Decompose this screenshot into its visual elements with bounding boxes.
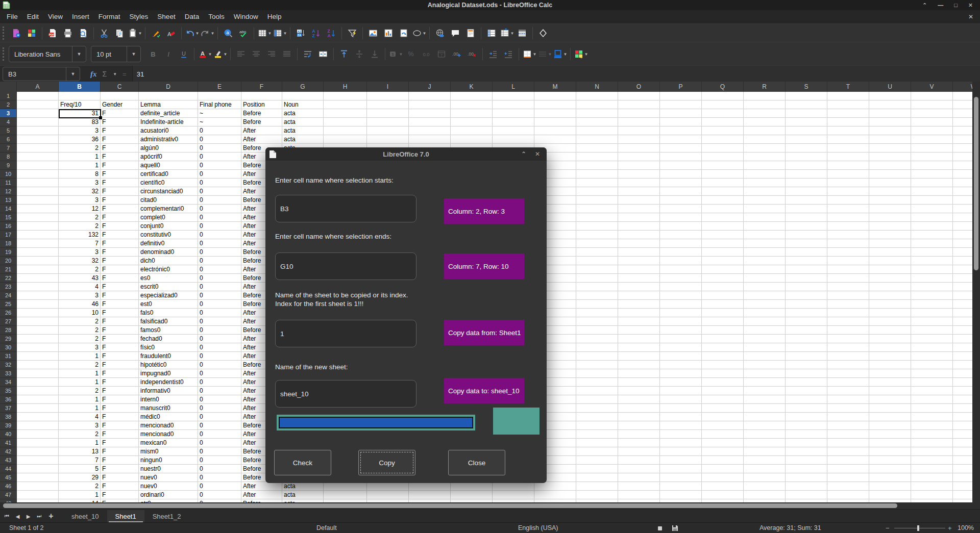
cell-H4[interactable]: [324, 118, 367, 126]
cell-S15[interactable]: [786, 213, 827, 222]
freeze-panes-icon[interactable]: [484, 26, 499, 41]
chevron-down-icon[interactable]: ▼: [510, 31, 514, 36]
cell-S22[interactable]: [786, 274, 827, 283]
cell-V38[interactable]: [911, 413, 953, 421]
row-header-1[interactable]: 1: [0, 92, 17, 100]
vertical-scrollbar-thumb[interactable]: [974, 97, 978, 270]
row-header-20[interactable]: 20: [0, 257, 17, 265]
cell-F46[interactable]: After: [241, 482, 282, 491]
row-header-30[interactable]: 30: [0, 343, 17, 352]
cell-E4[interactable]: ~: [198, 118, 241, 126]
cell-Q43[interactable]: [702, 456, 744, 465]
cell-E5[interactable]: 0: [198, 126, 241, 135]
cell-U25[interactable]: [869, 300, 911, 309]
cell-B39[interactable]: 3: [59, 421, 101, 430]
cell-S19[interactable]: [786, 248, 827, 257]
cell-O21[interactable]: [618, 265, 660, 274]
cell-O10[interactable]: [618, 170, 660, 179]
row-header-10[interactable]: 10: [0, 170, 17, 179]
cell-V3[interactable]: [911, 109, 953, 118]
cell-D14[interactable]: complementari0: [139, 205, 198, 213]
conditional-formatting-icon[interactable]: ≠▼: [573, 46, 589, 62]
column-header-E[interactable]: E: [198, 82, 241, 92]
cell-V27[interactable]: [911, 317, 953, 326]
cell-R40[interactable]: [744, 430, 786, 439]
cell-T25[interactable]: [827, 300, 869, 309]
autofilter-icon[interactable]: [345, 26, 360, 41]
cell-U30[interactable]: [869, 343, 911, 352]
cell-U42[interactable]: [869, 447, 911, 456]
cell-D43[interactable]: ningun0: [139, 456, 198, 465]
cell-P44[interactable]: [660, 465, 702, 473]
underline-icon[interactable]: U: [176, 46, 191, 62]
cell-N11[interactable]: [576, 179, 618, 187]
number-icon[interactable]: 0.0: [419, 46, 434, 62]
cell-T28[interactable]: [827, 326, 869, 335]
cell-A19[interactable]: [17, 248, 59, 257]
cell-E28[interactable]: 0: [198, 326, 241, 335]
cell-B30[interactable]: 3: [59, 343, 101, 352]
cell-T45[interactable]: [827, 473, 869, 482]
column-header-O[interactable]: O: [618, 82, 660, 92]
cell-Q9[interactable]: [702, 161, 744, 170]
row-header-28[interactable]: 28: [0, 326, 17, 335]
cell-N2[interactable]: [576, 100, 618, 109]
cell-U5[interactable]: [869, 126, 911, 135]
cell-D22[interactable]: es0: [139, 274, 198, 283]
cell-Q40[interactable]: [702, 430, 744, 439]
cell-S18[interactable]: [786, 239, 827, 248]
cell-B15[interactable]: 2: [59, 213, 101, 222]
row-header-42[interactable]: 42: [0, 447, 17, 456]
cell-P10[interactable]: [660, 170, 702, 179]
cell-C9[interactable]: F: [101, 161, 139, 170]
cell-O43[interactable]: [618, 456, 660, 465]
cell-O5[interactable]: [618, 126, 660, 135]
cell-P43[interactable]: [660, 456, 702, 465]
cell-O7[interactable]: [618, 144, 660, 153]
cell-C15[interactable]: F: [101, 213, 139, 222]
cell-V7[interactable]: [911, 144, 953, 153]
cell-R10[interactable]: [744, 170, 786, 179]
cell-V13[interactable]: [911, 196, 953, 205]
cell-R43[interactable]: [744, 456, 786, 465]
cell-V30[interactable]: [911, 343, 953, 352]
cell-R7[interactable]: [744, 144, 786, 153]
cell-S8[interactable]: [786, 153, 827, 161]
cell-N27[interactable]: [576, 317, 618, 326]
cell-T46[interactable]: [827, 482, 869, 491]
cell-U34[interactable]: [869, 378, 911, 387]
cell-B19[interactable]: 3: [59, 248, 101, 257]
cell-V46[interactable]: [911, 482, 953, 491]
cell-Q26[interactable]: [702, 309, 744, 317]
cell-U40[interactable]: [869, 430, 911, 439]
cell-Q14[interactable]: [702, 205, 744, 213]
selection-end-input[interactable]: G10: [275, 252, 416, 280]
cell-T12[interactable]: [827, 187, 869, 196]
cell-I6[interactable]: [367, 135, 409, 144]
cell-C34[interactable]: F: [101, 378, 139, 387]
row-header-14[interactable]: 14: [0, 205, 17, 213]
cell-Q24[interactable]: [702, 291, 744, 300]
cell-E33[interactable]: 0: [198, 369, 241, 378]
vertical-scrollbar[interactable]: [972, 82, 980, 502]
sheet-number-status[interactable]: Sheet 1 of 2: [9, 523, 43, 533]
cell-D6[interactable]: administrativ0: [139, 135, 198, 144]
column-header-N[interactable]: N: [576, 82, 618, 92]
cell-S31[interactable]: [786, 352, 827, 361]
paste-icon[interactable]: ▼: [127, 26, 142, 41]
cell-V11[interactable]: [911, 179, 953, 187]
row-header-21[interactable]: 21: [0, 265, 17, 274]
wrap-text-icon[interactable]: [300, 46, 315, 62]
menu-window[interactable]: Window: [229, 10, 263, 23]
cell-B40[interactable]: 2: [59, 430, 101, 439]
cell-P41[interactable]: [660, 439, 702, 447]
cell-P17[interactable]: [660, 231, 702, 239]
cell-N24[interactable]: [576, 291, 618, 300]
cell-A21[interactable]: [17, 265, 59, 274]
cell-A20[interactable]: [17, 257, 59, 265]
chevron-down-icon[interactable]: ▼: [138, 31, 142, 36]
cell-R32[interactable]: [744, 361, 786, 369]
cell-Q44[interactable]: [702, 465, 744, 473]
cell-O34[interactable]: [618, 378, 660, 387]
cell-E16[interactable]: 0: [198, 222, 241, 231]
